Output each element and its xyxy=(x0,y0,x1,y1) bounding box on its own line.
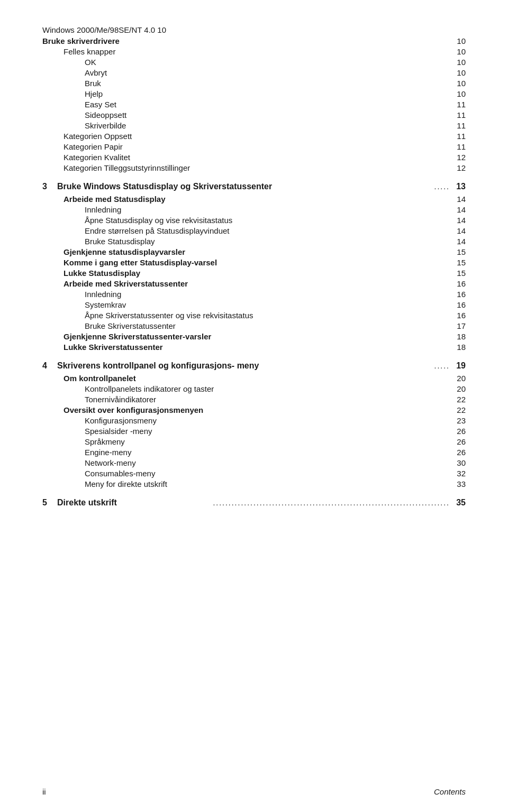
top-item-page-12: 12 xyxy=(450,163,466,172)
top-item-7: Sideoppsett11 xyxy=(42,110,466,119)
section4-subitems-item-title-0: Om kontrollpanelet xyxy=(64,374,443,383)
top-item-8: Skriverbilde11 xyxy=(42,121,466,130)
section-5-header: 5 Direkte utskrift .....................… xyxy=(42,498,466,508)
top-item-11: Kategorien Kvalitet12 xyxy=(42,153,466,162)
section-4-number: 4 xyxy=(42,361,57,371)
top-item-page-8: 11 xyxy=(450,121,466,130)
section3-subitems-item-page-9: 16 xyxy=(450,290,466,299)
section3-subitems-item-1: Innledning14 xyxy=(42,205,466,214)
section4-subitems-item-page-10: 33 xyxy=(450,479,466,488)
top-item-title-12: Kategorien Tilleggsutstyrinnstillinger xyxy=(64,163,443,172)
section-3-dots: ..... xyxy=(434,182,450,191)
section3-subitems-item-11: Åpne Skriverstatussenter og vise rekvisi… xyxy=(42,311,466,320)
top-item-title-7: Sideoppsett xyxy=(85,110,443,119)
section3-subitems-item-3: Endre størrelsen på Statusdisplayvinduet… xyxy=(42,226,466,235)
section4-subitems-item-title-3: Oversikt over konfigurasjonsmenyen xyxy=(64,405,443,414)
footer-contents-label: Contents xyxy=(434,787,466,796)
section3-subitems-item-title-5: Gjenkjenne statusdisplayvarsler xyxy=(64,247,443,256)
section-4-page: 19 xyxy=(450,361,466,371)
section3-subitems-item-title-3: Endre størrelsen på Statusdisplayvinduet xyxy=(85,226,443,235)
section3-subitems-item-7: Lukke Statusdisplay15 xyxy=(42,269,466,278)
section3-subitems-item-title-6: Komme i gang etter Statusdisplay-varsel xyxy=(64,258,443,267)
section-5-number: 5 xyxy=(42,498,57,508)
top-item-4: Bruk10 xyxy=(42,79,466,88)
section3-subitems-item-title-7: Lukke Statusdisplay xyxy=(64,269,443,278)
top-item-12: Kategorien Tilleggsutstyrinnstillinger12 xyxy=(42,163,466,172)
top-item-page-7: 11 xyxy=(450,110,466,119)
section4-subitems-item-4: Konfigurasjonsmenу23 xyxy=(42,416,466,425)
section3-subitems-item-8: Arbeide med Skriverstatussenter16 xyxy=(42,279,466,288)
section3-subitems-item-5: Gjenkjenne statusdisplayvarsler15 xyxy=(42,247,466,256)
section3-subitems-item-title-8: Arbeide med Skriverstatussenter xyxy=(64,279,443,288)
top-item-title-6: Easy Set xyxy=(85,100,443,109)
section-4-header: 4 Skriverens kontrollpanel og konfiguras… xyxy=(42,361,466,371)
section3-subitems-item-page-0: 14 xyxy=(450,195,466,204)
section-3-title: Bruke Windows Statusdisplay og Skriverst… xyxy=(57,182,434,191)
top-item-5: Hjelp10 xyxy=(42,89,466,98)
section-3-block: 3 Bruke Windows Statusdisplay og Skriver… xyxy=(42,182,466,352)
section4-subitems-item-page-4: 23 xyxy=(450,416,466,425)
section3-subitems-item-10: Systemkrav16 xyxy=(42,300,466,309)
section4-subitems-item-page-1: 20 xyxy=(450,384,466,393)
section4-subitems-item-page-9: 32 xyxy=(450,469,466,478)
section3-subitems-item-page-1: 14 xyxy=(450,205,466,214)
top-item-page-3: 10 xyxy=(450,68,466,77)
section3-subitems-item-title-2: Åpne Statusdisplay og vise rekvisitastat… xyxy=(85,216,443,225)
section3-subitems-item-9: Innledning16 xyxy=(42,290,466,299)
top-item-10: Kategorien Papir11 xyxy=(42,142,466,151)
section4-subitems-item-5: Spesialsider -meny26 xyxy=(42,427,466,436)
section4-subitems-item-10: Meny for direkte utskrift33 xyxy=(42,479,466,488)
top-item-page-0: 10 xyxy=(450,36,466,45)
section4-subitems-item-page-0: 20 xyxy=(450,374,466,383)
section4-subitems-item-9: Consumables-meny32 xyxy=(42,469,466,478)
top-item-2: OK10 xyxy=(42,58,466,67)
section3-subitems-item-page-11: 16 xyxy=(450,311,466,320)
section4-subitems-item-2: Tonernivåindikatorer22 xyxy=(42,395,466,404)
section4-subitems-item-title-1: Kontrollpanelets indikatorer og taster xyxy=(85,384,443,393)
header-title: Windows 2000/Me/98SE/NT 4.0 10 xyxy=(42,25,166,34)
top-item-title-2: OK xyxy=(85,58,443,67)
top-item-title-11: Kategorien Kvalitet xyxy=(64,153,443,162)
section3-subitems-item-page-5: 15 xyxy=(450,247,466,256)
top-item-title-1: Felles knapper xyxy=(64,47,443,56)
section-3-header: 3 Bruke Windows Statusdisplay og Skriver… xyxy=(42,182,466,191)
section3-subitems-item-13: Gjenkjenne Skriverstatussenter-varsler18 xyxy=(42,332,466,341)
section3-subitems-item-2: Åpne Statusdisplay og vise rekvisitastat… xyxy=(42,216,466,225)
section3-subitems-item-page-12: 17 xyxy=(450,321,466,330)
section4-subitems-item-8: Network-meny30 xyxy=(42,458,466,467)
top-item-title-0: Bruke skriverdrivere xyxy=(42,36,443,45)
top-item-page-9: 11 xyxy=(450,132,466,141)
section3-subitems-item-title-14: Lukke Skriverstatussenter xyxy=(64,343,443,352)
top-item-title-3: Avbryt xyxy=(85,68,443,77)
section3-subitems-item-page-14: 18 xyxy=(450,343,466,352)
section3-subitems-item-0: Arbeide med Statusdisplay14 xyxy=(42,195,466,204)
section3-subitems-item-page-6: 15 xyxy=(450,258,466,267)
section-4-subitems: Om kontrollpanelet20Kontrollpanelets ind… xyxy=(42,374,466,488)
section3-subitems-item-title-1: Innledning xyxy=(85,205,443,214)
section3-subitems-item-page-4: 14 xyxy=(450,237,466,246)
top-item-page-2: 10 xyxy=(450,58,466,67)
top-item-6: Easy Set11 xyxy=(42,100,466,109)
top-item-page-1: 10 xyxy=(450,47,466,56)
section4-subitems-item-page-7: 26 xyxy=(450,448,466,457)
section4-subitems-item-page-3: 22 xyxy=(450,405,466,414)
section4-subitems-item-page-2: 22 xyxy=(450,395,466,404)
section4-subitems-item-3: Oversikt over konfigurasjonsmenyen22 xyxy=(42,405,466,414)
section3-subitems-item-14: Lukke Skriverstatussenter18 xyxy=(42,343,466,352)
section4-subitems-item-title-7: Engine-meny xyxy=(85,448,443,457)
section3-subitems-item-title-12: Bruke Skriverstatussenter xyxy=(85,321,443,330)
top-item-1: Felles knapper10 xyxy=(42,47,466,56)
section3-subitems-item-title-10: Systemkrav xyxy=(85,300,443,309)
section3-subitems-item-page-2: 14 xyxy=(450,216,466,225)
top-item-title-10: Kategorien Papir xyxy=(64,142,443,151)
section-5-block: 5 Direkte utskrift .....................… xyxy=(42,498,466,508)
top-item-title-5: Hjelp xyxy=(85,89,443,98)
top-item-title-4: Bruk xyxy=(85,79,443,88)
section4-subitems-item-0: Om kontrollpanelet20 xyxy=(42,374,466,383)
section4-subitems-item-6: Språkmeny26 xyxy=(42,437,466,446)
section-5-page: 35 xyxy=(450,498,466,508)
section4-subitems-item-title-9: Consumables-meny xyxy=(85,469,443,478)
section4-subitems-item-title-5: Spesialsider -meny xyxy=(85,427,443,436)
section4-subitems-item-title-2: Tonernivåindikatorer xyxy=(85,395,443,404)
section4-subitems-item-title-6: Språkmeny xyxy=(85,437,443,446)
